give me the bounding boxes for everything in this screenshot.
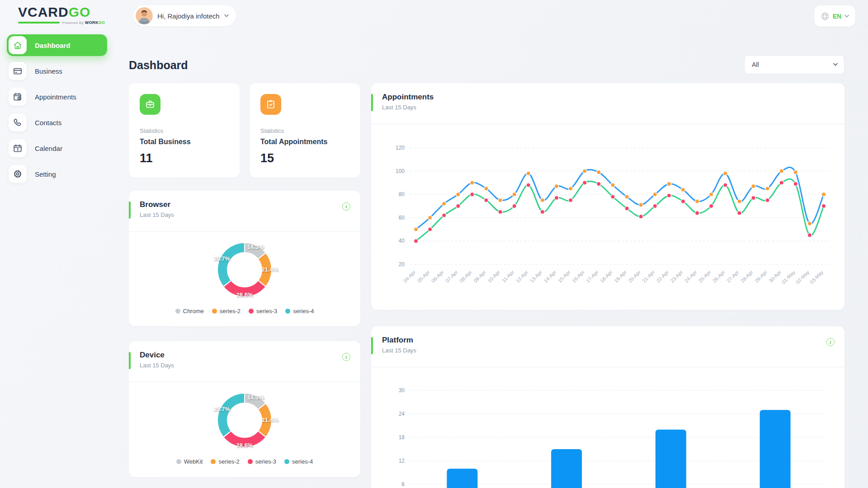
calendar-clock-icon <box>9 88 27 106</box>
language-selector[interactable]: EN <box>814 5 855 27</box>
filter-selected-value: All <box>752 61 833 68</box>
legend-label: series-3 <box>255 458 276 465</box>
x-axis-label: 04-Apr <box>402 269 417 284</box>
logo-wordmark: VCARDGO <box>18 5 122 19</box>
data-point-marker <box>821 204 826 208</box>
stat-card-value: 11 <box>140 151 229 165</box>
sidebar-item-setting[interactable]: Setting <box>7 163 107 185</box>
x-axis-label: 25-Apr <box>698 269 712 284</box>
data-point-marker <box>653 204 657 208</box>
data-point-marker <box>526 171 530 175</box>
language-code: EN <box>833 13 841 20</box>
legend-item-WebKit[interactable]: WebKit <box>176 458 203 465</box>
data-point-marker <box>807 233 811 237</box>
data-point-marker <box>751 196 755 200</box>
data-point-marker <box>583 169 587 173</box>
data-point-marker <box>779 169 783 173</box>
stat-card-label: Statistics <box>140 127 229 134</box>
data-point-marker <box>498 210 502 214</box>
legend-dot <box>175 309 180 314</box>
data-point-marker <box>526 183 530 187</box>
sidebar-item-label: Contacts <box>35 119 61 127</box>
legend-dot <box>211 459 216 464</box>
svg-text:18: 18 <box>399 434 405 441</box>
home-icon <box>9 36 27 54</box>
x-axis-label: 07-Apr <box>444 269 459 284</box>
svg-text:120: 120 <box>396 145 405 151</box>
data-point-marker <box>625 195 629 199</box>
x-axis-label: 24-Apr <box>684 269 698 284</box>
data-point-marker <box>709 204 713 208</box>
user-greeting: Hi, Rajodiya infotech <box>157 12 220 20</box>
sidebar-item-dashboard[interactable]: Dashboard <box>7 34 107 56</box>
donut-slice-series-4 <box>217 243 245 286</box>
legend-item-series-3[interactable]: series-3 <box>248 458 276 465</box>
data-point-marker <box>597 170 601 174</box>
data-point-marker <box>456 192 460 197</box>
svg-text:24: 24 <box>399 411 405 417</box>
info-icon[interactable]: i <box>342 202 350 211</box>
chevron-down-icon <box>844 14 849 19</box>
legend-dot <box>249 309 254 314</box>
legend-label: series-2 <box>220 308 241 314</box>
data-point-marker <box>569 187 573 191</box>
legend-item-series-4[interactable]: series-4 <box>285 308 314 314</box>
appointments-line-chart: 2040608010012004-Apr05-Apr06-Apr07-Apr08… <box>382 131 844 306</box>
data-point-marker <box>428 216 432 220</box>
data-point-marker <box>540 210 544 214</box>
device-card-subtitle: Last 15 Days <box>140 362 174 369</box>
device-chart-legend: WebKitseries-2series-3series-4 <box>176 458 313 465</box>
appointments-card-title: Appointments <box>382 93 434 102</box>
sidebar-item-label: Calendar <box>35 145 62 152</box>
user-menu-button[interactable]: Hi, Rajodiya infotech <box>133 5 236 26</box>
sidebar-item-label: Setting <box>35 170 56 178</box>
bar-platform-2 <box>551 449 582 488</box>
x-axis-label: 28-Apr <box>740 269 754 284</box>
legend-item-series-2[interactable]: series-2 <box>212 308 241 314</box>
sidebar-item-calendar[interactable]: Calendar <box>7 137 107 159</box>
stat-card-title: Total Appointments <box>260 138 349 146</box>
svg-text:40: 40 <box>399 238 405 244</box>
chevron-down-icon <box>224 14 229 18</box>
data-point-marker <box>583 181 587 185</box>
sidebar-item-label: Appointments <box>35 93 76 101</box>
legend-item-series-3[interactable]: series-3 <box>249 308 277 314</box>
legend-label: series-3 <box>256 308 277 314</box>
data-point-marker <box>611 183 615 187</box>
info-icon[interactable]: i <box>342 353 350 361</box>
sidebar-item-contacts[interactable]: Contacts <box>7 112 107 133</box>
logo-underline <box>18 22 60 23</box>
legend-dot <box>248 459 253 464</box>
info-icon[interactable]: i <box>826 338 835 346</box>
filter-select[interactable]: All <box>744 55 844 74</box>
data-point-marker <box>695 211 699 215</box>
card-accent-bar <box>129 202 131 219</box>
legend-item-series-4[interactable]: series-4 <box>284 458 313 465</box>
user-avatar <box>136 7 153 24</box>
legend-item-series-2[interactable]: series-2 <box>211 458 239 465</box>
x-axis-label: 20-Apr <box>627 269 642 284</box>
platform-card-subtitle: Last 15 Days <box>382 347 416 354</box>
legend-item-Chrome[interactable]: Chrome <box>175 308 204 314</box>
data-point-marker <box>723 171 727 175</box>
card-accent-bar <box>129 352 131 369</box>
svg-text:100: 100 <box>396 168 405 174</box>
data-point-marker <box>414 239 418 243</box>
x-axis-label: 10-Apr <box>486 269 501 284</box>
x-axis-label: 01-May <box>781 269 797 285</box>
browser-chart-legend: Chromeseries-2series-3series-4 <box>175 308 314 314</box>
data-point-marker <box>597 182 601 186</box>
x-axis-label: 26-Apr <box>712 269 726 284</box>
data-point-marker <box>414 227 418 231</box>
x-axis-label: 15-Apr <box>557 269 571 284</box>
x-axis-label: 23-Apr <box>670 269 684 284</box>
sidebar-item-business[interactable]: Business <box>7 60 107 82</box>
data-point-marker <box>611 195 615 199</box>
x-axis-label: 05-Apr <box>416 269 431 284</box>
data-point-marker <box>681 188 685 192</box>
data-point-marker <box>779 181 783 185</box>
x-axis-label: 19-Apr <box>613 269 627 284</box>
data-point-marker <box>554 196 558 200</box>
data-point-marker <box>569 198 573 202</box>
sidebar-item-appointments[interactable]: Appointments <box>7 86 107 108</box>
